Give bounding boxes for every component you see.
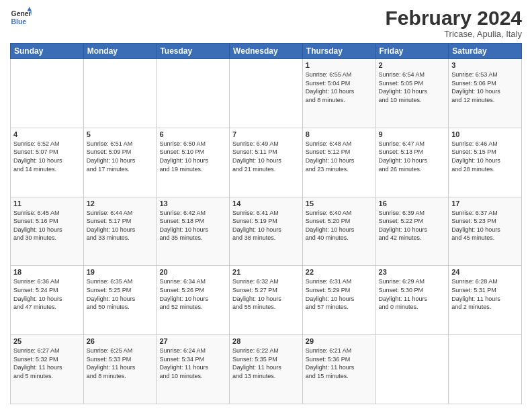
calendar-cell: 19Sunrise: 6:35 AM Sunset: 5:25 PM Dayli…: [83, 266, 157, 335]
calendar-week-row: 11Sunrise: 6:45 AM Sunset: 5:16 PM Dayli…: [11, 197, 522, 266]
calendar-cell: [157, 59, 230, 128]
calendar-cell: 4Sunrise: 6:52 AM Sunset: 5:07 PM Daylig…: [11, 128, 84, 197]
calendar-header-monday: Monday: [83, 44, 157, 59]
day-info: Sunrise: 6:39 AM Sunset: 5:22 PM Dayligh…: [379, 209, 446, 242]
day-number: 17: [451, 199, 519, 208]
day-number: 14: [232, 199, 300, 208]
day-info: Sunrise: 6:55 AM Sunset: 5:04 PM Dayligh…: [306, 71, 373, 104]
calendar-cell: 21Sunrise: 6:32 AM Sunset: 5:27 PM Dayli…: [230, 266, 303, 335]
day-number: 26: [87, 337, 154, 345]
day-number: 28: [232, 337, 300, 345]
calendar-cell: 6Sunrise: 6:50 AM Sunset: 5:10 PM Daylig…: [157, 128, 230, 197]
day-number: 3: [451, 61, 519, 69]
day-number: 11: [13, 199, 81, 208]
day-number: 12: [87, 199, 154, 208]
calendar-week-row: 25Sunrise: 6:27 AM Sunset: 5:32 PM Dayli…: [11, 335, 522, 404]
calendar-cell: [11, 59, 84, 128]
day-info: Sunrise: 6:46 AM Sunset: 5:15 PM Dayligh…: [451, 140, 519, 173]
day-info: Sunrise: 6:28 AM Sunset: 5:31 PM Dayligh…: [451, 277, 519, 311]
day-info: Sunrise: 6:21 AM Sunset: 5:36 PM Dayligh…: [306, 347, 373, 380]
day-info: Sunrise: 6:48 AM Sunset: 5:12 PM Dayligh…: [306, 140, 373, 173]
calendar-table: SundayMondayTuesdayWednesdayThursdayFrid…: [10, 43, 522, 404]
calendar-cell: 20Sunrise: 6:34 AM Sunset: 5:26 PM Dayli…: [157, 266, 230, 335]
calendar-cell: [230, 59, 303, 128]
day-info: Sunrise: 6:31 AM Sunset: 5:29 PM Dayligh…: [306, 277, 373, 311]
day-number: 4: [13, 130, 81, 138]
calendar-header-wednesday: Wednesday: [230, 44, 303, 59]
day-info: Sunrise: 6:24 AM Sunset: 5:34 PM Dayligh…: [159, 347, 226, 380]
calendar-cell: 29Sunrise: 6:21 AM Sunset: 5:36 PM Dayli…: [302, 335, 375, 404]
day-info: Sunrise: 6:50 AM Sunset: 5:10 PM Dayligh…: [159, 140, 226, 173]
calendar-cell: 16Sunrise: 6:39 AM Sunset: 5:22 PM Dayli…: [375, 197, 449, 266]
calendar-header-sunday: Sunday: [11, 44, 84, 59]
day-number: 13: [159, 199, 226, 208]
day-info: Sunrise: 6:47 AM Sunset: 5:13 PM Dayligh…: [379, 140, 446, 173]
day-info: Sunrise: 6:45 AM Sunset: 5:16 PM Dayligh…: [13, 209, 81, 242]
day-number: 8: [306, 130, 373, 138]
calendar-cell: [83, 59, 157, 128]
calendar-cell: 7Sunrise: 6:49 AM Sunset: 5:11 PM Daylig…: [230, 128, 303, 197]
svg-text:General: General: [11, 10, 32, 17]
calendar-cell: [449, 335, 522, 404]
day-number: 22: [306, 268, 373, 276]
day-info: Sunrise: 6:49 AM Sunset: 5:11 PM Dayligh…: [232, 140, 300, 173]
calendar-week-row: 1Sunrise: 6:55 AM Sunset: 5:04 PM Daylig…: [11, 59, 522, 128]
calendar-cell: 23Sunrise: 6:29 AM Sunset: 5:30 PM Dayli…: [375, 266, 449, 335]
day-info: Sunrise: 6:52 AM Sunset: 5:07 PM Dayligh…: [13, 140, 81, 173]
calendar-cell: 2Sunrise: 6:54 AM Sunset: 5:05 PM Daylig…: [375, 59, 449, 128]
calendar-cell: 3Sunrise: 6:53 AM Sunset: 5:06 PM Daylig…: [449, 59, 522, 128]
day-number: 23: [379, 268, 446, 276]
day-info: Sunrise: 6:27 AM Sunset: 5:32 PM Dayligh…: [13, 347, 81, 380]
day-info: Sunrise: 6:35 AM Sunset: 5:25 PM Dayligh…: [87, 277, 154, 311]
day-info: Sunrise: 6:53 AM Sunset: 5:06 PM Dayligh…: [451, 71, 519, 104]
calendar-week-row: 4Sunrise: 6:52 AM Sunset: 5:07 PM Daylig…: [11, 128, 522, 197]
day-number: 5: [87, 130, 154, 138]
day-number: 2: [379, 61, 446, 69]
day-info: Sunrise: 6:37 AM Sunset: 5:23 PM Dayligh…: [451, 209, 519, 242]
calendar-cell: 5Sunrise: 6:51 AM Sunset: 5:09 PM Daylig…: [83, 128, 157, 197]
day-number: 25: [13, 337, 81, 345]
day-info: Sunrise: 6:25 AM Sunset: 5:33 PM Dayligh…: [87, 347, 154, 380]
calendar-header-thursday: Thursday: [302, 44, 375, 59]
calendar-cell: 10Sunrise: 6:46 AM Sunset: 5:15 PM Dayli…: [449, 128, 522, 197]
calendar-cell: 25Sunrise: 6:27 AM Sunset: 5:32 PM Dayli…: [11, 335, 84, 404]
calendar-cell: 8Sunrise: 6:48 AM Sunset: 5:12 PM Daylig…: [302, 128, 375, 197]
day-number: 15: [306, 199, 373, 208]
calendar-cell: 26Sunrise: 6:25 AM Sunset: 5:33 PM Dayli…: [83, 335, 157, 404]
day-info: Sunrise: 6:36 AM Sunset: 5:24 PM Dayligh…: [13, 277, 81, 311]
calendar-cell: 13Sunrise: 6:42 AM Sunset: 5:18 PM Dayli…: [157, 197, 230, 266]
calendar-header-saturday: Saturday: [449, 44, 522, 59]
day-number: 20: [159, 268, 226, 276]
month-title: February 2024: [386, 7, 522, 29]
day-number: 27: [159, 337, 226, 345]
calendar-week-row: 18Sunrise: 6:36 AM Sunset: 5:24 PM Dayli…: [11, 266, 522, 335]
day-number: 7: [232, 130, 300, 138]
day-info: Sunrise: 6:32 AM Sunset: 5:27 PM Dayligh…: [232, 277, 300, 311]
calendar-cell: 11Sunrise: 6:45 AM Sunset: 5:16 PM Dayli…: [11, 197, 84, 266]
calendar-cell: 18Sunrise: 6:36 AM Sunset: 5:24 PM Dayli…: [11, 266, 84, 335]
calendar-cell: 28Sunrise: 6:22 AM Sunset: 5:35 PM Dayli…: [230, 335, 303, 404]
day-info: Sunrise: 6:34 AM Sunset: 5:26 PM Dayligh…: [159, 277, 226, 311]
calendar-header-friday: Friday: [375, 44, 449, 59]
calendar-cell: 12Sunrise: 6:44 AM Sunset: 5:17 PM Dayli…: [83, 197, 157, 266]
day-info: Sunrise: 6:29 AM Sunset: 5:30 PM Dayligh…: [379, 277, 446, 311]
title-block: February 2024 Tricase, Apulia, Italy: [386, 7, 522, 39]
day-info: Sunrise: 6:40 AM Sunset: 5:20 PM Dayligh…: [306, 209, 373, 242]
day-number: 21: [232, 268, 300, 276]
logo: General Blue: [10, 7, 32, 28]
day-number: 9: [379, 130, 446, 138]
day-number: 18: [13, 268, 81, 276]
calendar-cell: 27Sunrise: 6:24 AM Sunset: 5:34 PM Dayli…: [157, 335, 230, 404]
day-number: 10: [451, 130, 519, 138]
day-info: Sunrise: 6:22 AM Sunset: 5:35 PM Dayligh…: [232, 347, 300, 380]
day-info: Sunrise: 6:44 AM Sunset: 5:17 PM Dayligh…: [87, 209, 154, 242]
day-number: 16: [379, 199, 446, 208]
calendar-cell: 1Sunrise: 6:55 AM Sunset: 5:04 PM Daylig…: [302, 59, 375, 128]
day-number: 29: [306, 337, 373, 345]
calendar-cell: 15Sunrise: 6:40 AM Sunset: 5:20 PM Dayli…: [302, 197, 375, 266]
day-number: 19: [87, 268, 154, 276]
svg-marker-2: [28, 7, 32, 11]
page: General Blue February 2024 Tricase, Apul…: [0, 0, 532, 411]
calendar-cell: 9Sunrise: 6:47 AM Sunset: 5:13 PM Daylig…: [375, 128, 449, 197]
subtitle: Tricase, Apulia, Italy: [386, 29, 522, 39]
